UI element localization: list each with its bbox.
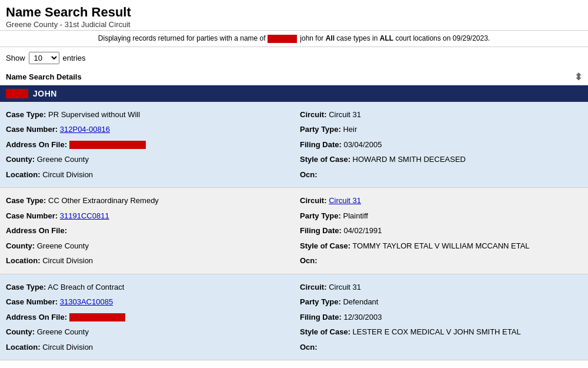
record-field-style: Style of Case: TOMMY TAYLOR ETAL V WILLI… [300, 239, 582, 253]
info-text-before: Displaying records returned for parties … [98, 34, 266, 42]
record-field-filing-date: Filing Date: 04/02/1991 [300, 224, 582, 238]
record-field-case-number: Case Number: 31191CC0811 [6, 209, 288, 223]
record-grid-3: Case Type: AC Breach of Contract Circuit… [6, 280, 582, 354]
record-field-case-type: Case Type: AC Breach of Contract [6, 280, 288, 294]
record-field-location: Location: Circuit Division [6, 168, 288, 182]
show-label: Show [6, 54, 25, 62]
record-grid-2: Case Type: CC Other Extraordinary Remedy… [6, 194, 582, 268]
address-redacted [69, 141, 146, 149]
record-field-location: Location: Circuit Division [6, 254, 288, 268]
record-field-ocn: Ocn: [300, 254, 582, 268]
case-number-link[interactable]: 31303AC10085 [60, 297, 113, 306]
record-field-county: County: Greene County [6, 152, 288, 167]
record-field-circuit: Circuit: Circuit 31 [300, 194, 582, 208]
section-title-text: Name Search Details [6, 72, 82, 81]
record-field-case-type: Case Type: CC Other Extraordinary Remedy [6, 194, 288, 208]
page-subtitle: Greene County - 31st Judicial Circuit [6, 20, 582, 29]
entries-select[interactable]: 10 25 50 100 [29, 52, 59, 64]
record-field-party-type: Party Type: Defendant [300, 295, 582, 309]
case-number-link[interactable]: 31191CC0811 [60, 211, 109, 220]
name-value: JOHN [33, 89, 57, 98]
record-field-party-type: Party Type: Heir [300, 122, 582, 137]
circuit-link[interactable]: Circuit 31 [329, 196, 361, 205]
search-name-redacted [268, 35, 297, 43]
record-field-county: County: Greene County [6, 239, 288, 253]
table-row: Case Type: CC Other Extraordinary Remedy… [0, 188, 588, 274]
record-field-case-type: Case Type: PR Supervised without Will [6, 108, 288, 122]
record-field-circuit: Circuit: Circuit 31 [300, 108, 582, 122]
record-field-filing-date: Filing Date: 03/04/2005 [300, 138, 582, 152]
records-container: Case Type: PR Supervised without Will Ci… [0, 102, 588, 361]
record-field-ocn: Ocn: [300, 340, 582, 354]
record-field-filing-date: Filing Date: 12/30/2003 [300, 310, 582, 324]
record-field-case-number: Case Number: 312P04-00816 [6, 122, 288, 137]
name-redacted-block [6, 89, 28, 98]
table-row: Case Type: PR Supervised without Will Ci… [0, 102, 588, 188]
name-group-header: JOHN [0, 85, 588, 102]
info-text-middle: john for All case types in ALL court loc… [300, 34, 490, 42]
page-header: Name Search Result Greene County - 31st … [0, 0, 588, 31]
info-bar: Displaying records returned for parties … [0, 31, 588, 47]
record-field-style: Style of Case: HOWARD M SMITH DECEASED [300, 152, 582, 167]
record-grid-1: Case Type: PR Supervised without Will Ci… [6, 108, 582, 182]
record-field-location: Location: Circuit Division [6, 340, 288, 354]
record-field-circuit: Circuit: Circuit 31 [300, 280, 582, 294]
table-row: Case Type: AC Breach of Contract Circuit… [0, 274, 588, 361]
record-field-address: Address On File: [6, 224, 288, 238]
case-number-link[interactable]: 312P04-00816 [60, 125, 110, 134]
section-title-bar: Name Search Details ⬍ [0, 69, 588, 85]
page-title: Name Search Result [6, 5, 582, 20]
record-field-party-type: Party Type: Plaintiff [300, 209, 582, 223]
record-field-case-number: Case Number: 31303AC10085 [6, 295, 288, 309]
record-field-address: Address On File: [6, 138, 288, 152]
record-field-ocn: Ocn: [300, 168, 582, 182]
entries-label: entries [63, 54, 86, 62]
sort-icon[interactable]: ⬍ [574, 71, 582, 82]
record-field-county: County: Greene County [6, 325, 288, 339]
record-field-style: Style of Case: LESTER E COX MEDICAL V JO… [300, 325, 582, 339]
table-controls: Show 10 25 50 100 entries [0, 47, 588, 69]
record-field-address: Address On File: [6, 310, 288, 324]
address-redacted-small [69, 313, 125, 321]
